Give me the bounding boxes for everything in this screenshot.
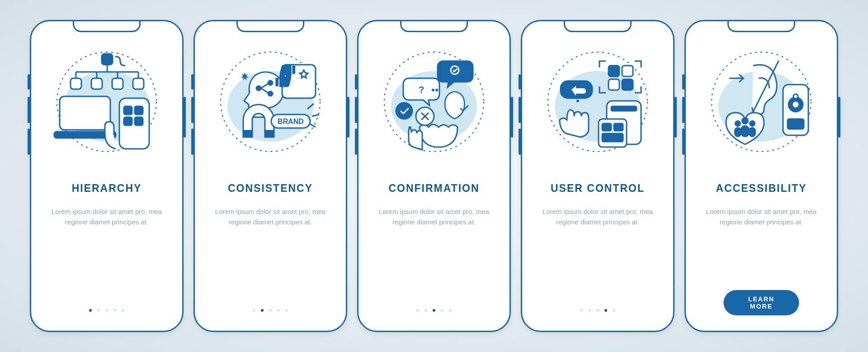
screen-body: Lorem ipsum dolor sit amet pro, mea regi… (696, 206, 827, 228)
svg-rect-66 (734, 127, 741, 137)
dot-5[interactable] (449, 309, 452, 312)
screen-title: HIERARCHY (72, 182, 142, 195)
page-indicator (195, 309, 346, 312)
svg-rect-7 (124, 117, 132, 125)
screen-body: Lorem ipsum dolor sit amet pro, mea regi… (41, 206, 172, 228)
dot-5[interactable] (613, 309, 615, 312)
svg-line-33 (312, 114, 319, 116)
confirmation-icon: ? (375, 43, 493, 161)
dot-3[interactable] (596, 309, 599, 312)
svg-rect-6 (135, 106, 143, 114)
page-indicator (31, 309, 182, 312)
dot-4[interactable] (113, 309, 116, 312)
screen-title: USER CONTROL (551, 182, 645, 195)
onboarding-screen-2: BRAND CONSISTENCY Lorem ipsum dolor sit … (193, 20, 347, 332)
svg-rect-8 (135, 117, 143, 125)
svg-rect-70 (749, 127, 756, 137)
svg-point-67 (741, 117, 749, 124)
dot-1[interactable] (416, 309, 419, 312)
svg-rect-61 (788, 119, 804, 129)
svg-point-69 (749, 120, 755, 127)
dot-3[interactable] (105, 309, 108, 312)
svg-point-24 (268, 91, 273, 96)
svg-point-64 (793, 94, 798, 99)
svg-rect-29 (265, 131, 274, 137)
consistency-icon: BRAND (212, 43, 329, 161)
dot-4[interactable] (441, 309, 443, 312)
screen-body: Lorem ipsum dolor sit amet pro, mea regi… (368, 206, 500, 228)
svg-point-39 (432, 89, 434, 91)
dot-1[interactable] (580, 309, 583, 312)
svg-rect-5 (124, 106, 132, 114)
dot-5[interactable] (285, 309, 288, 312)
svg-rect-28 (243, 131, 252, 137)
svg-rect-17 (112, 78, 123, 89)
svg-point-63 (792, 101, 799, 108)
svg-point-50 (576, 100, 579, 102)
dot-4[interactable] (604, 309, 607, 312)
svg-point-65 (735, 120, 741, 127)
dot-5[interactable] (122, 309, 124, 312)
svg-point-41 (396, 103, 412, 119)
svg-rect-46 (622, 66, 633, 76)
screen-title: ACCESSIBILITY (716, 182, 807, 195)
learn-more-button[interactable]: LEARN MORE (724, 290, 799, 315)
svg-rect-54 (602, 124, 611, 131)
svg-point-40 (435, 89, 438, 91)
svg-text:?: ? (419, 85, 424, 95)
onboarding-screen-5: ACCESSIBILITY Lorem ipsum dolor sit amet… (684, 20, 838, 332)
svg-rect-13 (71, 78, 81, 89)
dot-2[interactable] (588, 309, 591, 312)
screen-title: CONSISTENCY (228, 182, 313, 195)
user-control-icon (539, 43, 656, 161)
screen-body: Lorem ipsum dolor sit amet pro, mea regi… (205, 206, 336, 228)
hierarchy-icon (48, 43, 165, 161)
svg-rect-47 (609, 79, 619, 90)
svg-rect-56 (602, 133, 623, 142)
svg-rect-52 (611, 106, 637, 111)
screen-body: Lorem ipsum dolor sit amet pro, mea regi… (532, 206, 663, 228)
onboarding-screen-1: HIERARCHY Lorem ipsum dolor sit amet pro… (30, 20, 184, 332)
onboarding-screen-3: ? CONFIRMATION Lorem ipsum do (357, 20, 511, 332)
svg-text:BRAND: BRAND (278, 118, 304, 125)
svg-point-22 (256, 86, 261, 90)
onboarding-screen-4: USER CONTROL Lorem ipsum dolor sit amet … (521, 20, 675, 332)
svg-point-23 (268, 81, 273, 85)
svg-rect-68 (741, 125, 750, 137)
svg-rect-55 (614, 124, 623, 131)
dot-3[interactable] (269, 309, 272, 312)
dot-2[interactable] (425, 309, 427, 312)
dot-2[interactable] (261, 309, 264, 312)
screen-title: CONFIRMATION (388, 182, 479, 195)
svg-rect-2 (60, 96, 110, 130)
page-indicator (359, 309, 509, 312)
svg-rect-19 (133, 78, 144, 89)
svg-rect-15 (91, 78, 102, 89)
svg-rect-45 (609, 66, 619, 76)
svg-rect-9 (102, 54, 113, 65)
svg-rect-48 (622, 79, 633, 90)
page-indicator (522, 309, 673, 312)
dot-3[interactable] (433, 309, 435, 312)
dot-4[interactable] (277, 309, 280, 312)
accessibility-icon (703, 43, 820, 161)
dot-1[interactable] (253, 309, 255, 312)
dot-2[interactable] (97, 309, 100, 312)
dot-1[interactable] (89, 309, 92, 312)
